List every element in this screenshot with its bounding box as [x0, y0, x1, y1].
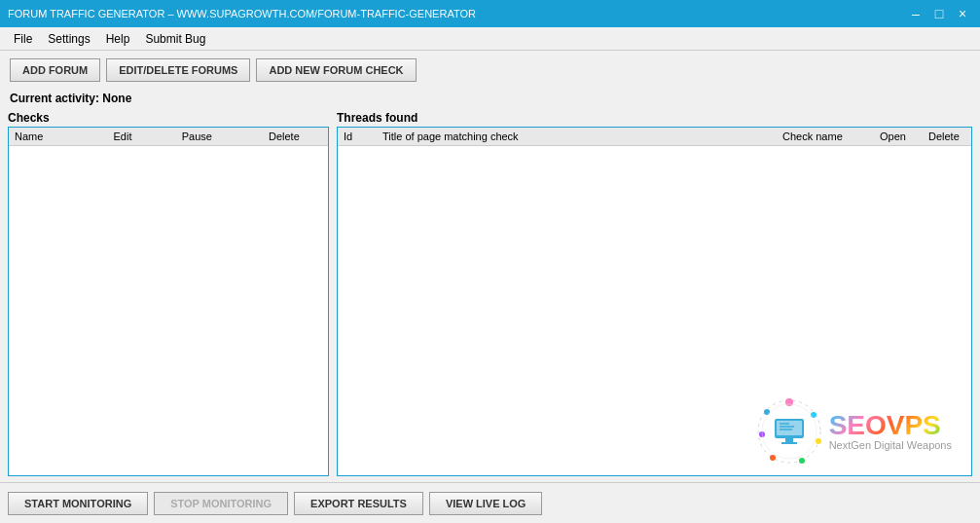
- svg-rect-13: [785, 438, 793, 442]
- menu-file[interactable]: File: [6, 30, 40, 48]
- threads-col-checkname: Check name: [777, 128, 874, 146]
- logo-text-container: SEOVPS NextGen Digital Weapons: [829, 412, 952, 451]
- edit-delete-forums-button[interactable]: EDIT/DELETE FORUMS: [106, 58, 250, 82]
- add-forum-button[interactable]: ADD FORUM: [10, 58, 100, 82]
- threads-col-open: Open: [874, 128, 923, 146]
- checks-col-edit: Edit: [91, 128, 154, 146]
- threads-col-delete: Delete: [923, 128, 971, 146]
- title-bar: FORUM TRAFFIC GENERATOR – WWW.SUPAGROWTH…: [0, 0, 980, 27]
- checks-col-name: Name: [9, 128, 91, 146]
- seovps-logo-icon: [755, 397, 823, 466]
- current-activity-label: Current activity: None: [10, 92, 131, 105]
- checks-table-container[interactable]: Name Edit Pause Delete: [8, 127, 329, 476]
- logo-sub-text: NextGen Digital Weapons: [829, 439, 952, 451]
- checks-col-delete: Delete: [240, 128, 328, 146]
- threads-panel-title: Threads found: [337, 111, 972, 125]
- svg-point-7: [764, 409, 770, 415]
- threads-col-id: Id: [338, 128, 377, 146]
- threads-table: Id Title of page matching check Check na…: [338, 128, 971, 146]
- minimize-button[interactable]: –: [906, 4, 926, 23]
- export-results-button[interactable]: EXPORT RESULTS: [294, 492, 423, 515]
- window-controls: – □ ×: [906, 4, 972, 23]
- svg-point-1: [785, 398, 793, 406]
- svg-point-2: [811, 412, 817, 418]
- current-activity-status: Current activity: None: [0, 90, 980, 111]
- threads-table-container[interactable]: Id Title of page matching check Check na…: [337, 127, 972, 476]
- bottom-bar: START MONITORING STOP MONITORING EXPORT …: [0, 482, 980, 523]
- menu-submit-bug[interactable]: Submit Bug: [137, 30, 213, 48]
- view-live-log-button[interactable]: VIEW LIVE LOG: [429, 492, 543, 515]
- restore-button[interactable]: □: [929, 4, 949, 23]
- checks-table: Name Edit Pause Delete: [9, 128, 328, 146]
- svg-point-5: [770, 455, 776, 461]
- svg-point-4: [799, 458, 805, 464]
- threads-col-title: Title of page matching check: [377, 128, 777, 146]
- start-monitoring-button[interactable]: START MONITORING: [8, 492, 148, 515]
- svg-point-3: [816, 438, 821, 444]
- menu-bar: File Settings Help Submit Bug: [0, 27, 980, 51]
- add-new-forum-check-button[interactable]: ADD NEW FORUM CHECK: [256, 58, 416, 82]
- menu-settings[interactable]: Settings: [40, 30, 97, 48]
- toolbar: ADD FORUM EDIT/DELETE FORUMS ADD NEW FOR…: [0, 51, 980, 90]
- threads-panel: Threads found Id Title of page matching …: [337, 111, 972, 476]
- checks-panel-title: Checks: [8, 111, 329, 125]
- logo-watermark: SEOVPS NextGen Digital Weapons: [755, 397, 952, 466]
- checks-panel: Checks Name Edit Pause Delete: [8, 111, 329, 476]
- stop-monitoring-button: STOP MONITORING: [154, 492, 288, 515]
- app-title: FORUM TRAFFIC GENERATOR – WWW.SUPAGROWTH…: [8, 8, 476, 19]
- svg-rect-14: [781, 442, 797, 444]
- close-button[interactable]: ×: [953, 4, 972, 23]
- checks-col-pause: Pause: [154, 128, 240, 146]
- main-content: Checks Name Edit Pause Delete Threads fo…: [0, 111, 980, 482]
- logo-main-text: SEOVPS: [829, 412, 952, 439]
- menu-help[interactable]: Help: [98, 30, 138, 48]
